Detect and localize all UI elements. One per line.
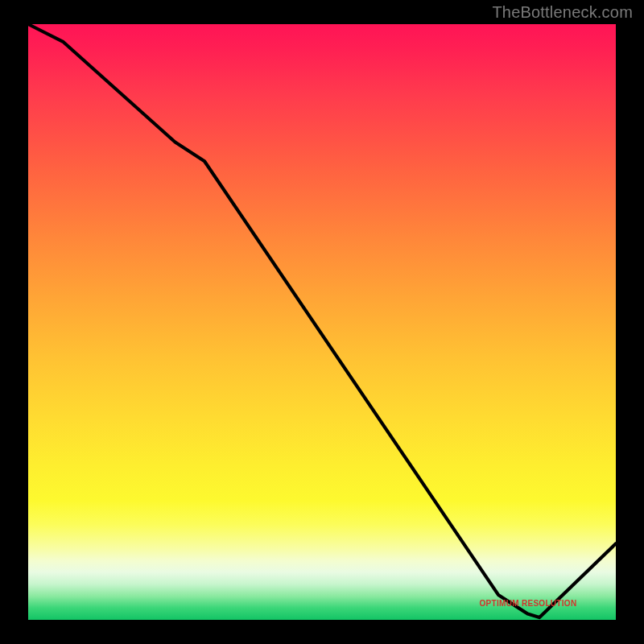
- watermark-text: TheBottleneck.com: [492, 3, 633, 22]
- bottleneck-curve: [28, 24, 616, 620]
- chart-frame: TheBottleneck.com OPTIMUM RESOLUTION: [0, 0, 644, 644]
- plot-area: OPTIMUM RESOLUTION: [28, 24, 616, 620]
- optimum-resolution-label: OPTIMUM RESOLUTION: [480, 599, 577, 608]
